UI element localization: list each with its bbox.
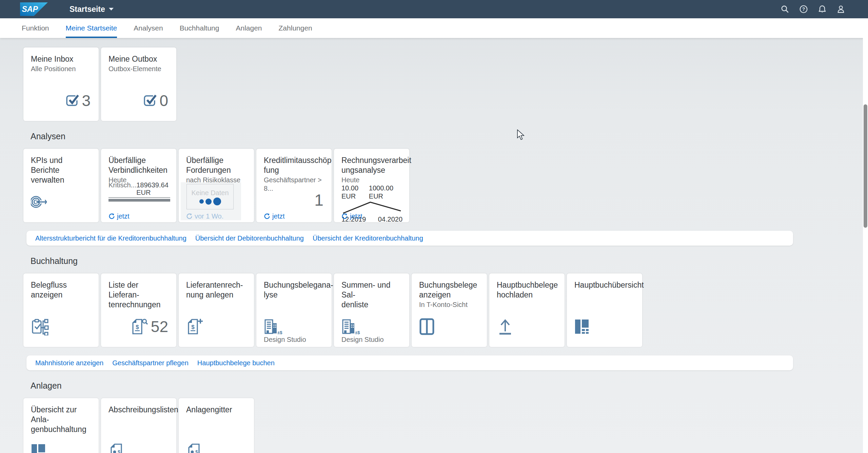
tile-hauptbuchuebersicht[interactable]: Hauptbuchübersicht: [567, 273, 642, 347]
tile-kreditlimitausschoepfung[interactable]: KreditlimitausschöpfungGeschäftspartner …: [256, 149, 332, 222]
person-invoice-icon: $: [186, 442, 202, 453]
shell-actions: ?: [777, 2, 868, 17]
link-hauptbuchbelege-buchen[interactable]: Hauptbuchbelege buchen: [197, 359, 275, 367]
button-help-icon[interactable]: ?: [796, 2, 811, 17]
chart-label-top-left: 10.00 EUR: [341, 184, 369, 200]
link-geschäftspartner-pflegen[interactable]: Geschäftspartner pflegen: [112, 359, 189, 367]
tile-title: Liste der Lieferan-tenrechnungen: [108, 280, 169, 310]
tile-icon-row: [419, 317, 479, 336]
tab-zahlungen[interactable]: Zahlungen: [279, 18, 312, 38]
tile-title: Abschreibungslisten: [108, 405, 169, 415]
tile-refresh[interactable]: vor 1 Wo.: [186, 212, 223, 220]
target-icon: [31, 195, 47, 209]
tile-buchungsbelege-anzeigen[interactable]: BuchungsbelegeanzeigenIn T-Konto-Sicht: [412, 273, 487, 347]
tile-title: KPIs und Berichteverwalten: [31, 156, 91, 185]
tile-uebersicht-zur-anlagenbuchhaltung[interactable]: Übersicht zur Anla-genbuchhaltung: [23, 398, 99, 453]
tile-belegfluss-anzeigen[interactable]: Belegfluss anzeigen: [23, 273, 99, 347]
tile-rechnungsverarbeitungsanalyse[interactable]: RechnungsverarbeitungsanalyseHeute10.00 …: [334, 149, 409, 222]
chart-label-bottom-right: 04.2020: [378, 215, 402, 223]
tile-buchungsbeleganalyse[interactable]: Buchungsbelegana-lyse±$Design Studio: [256, 273, 332, 347]
svg-text:SAP: SAP: [22, 5, 38, 14]
tile-row: Meine InboxAlle Positionen3Meine OutboxO…: [23, 47, 868, 121]
tile-icon-row: $: [186, 441, 246, 453]
document-flow-icon: [31, 318, 49, 335]
tile-lieferantenrechnung-anlegen[interactable]: Lieferantenrech-nung anlegen$: [179, 273, 254, 347]
section-header-anlagen: Anlagen: [31, 380, 868, 391]
help-icon: ?: [799, 5, 808, 14]
button-search-icon[interactable]: [777, 2, 792, 17]
refresh-icon: [186, 213, 193, 220]
tile-meine-outbox[interactable]: Meine OutboxOutbox-Elemente0: [101, 47, 176, 121]
tile-hauptbuchbelege-hochladen[interactable]: Hauptbuchbelegehochladen: [489, 273, 565, 347]
tile-icon-row: [31, 192, 91, 212]
tile-abschreibungslisten[interactable]: Abschreibungslisten$: [101, 398, 176, 453]
tile-title: ÜberfälligeVerbindlichkeiten: [108, 156, 169, 175]
search-icon: [781, 5, 789, 14]
comparison-bar: [108, 199, 170, 202]
link-mahnhistorie-anzeigen[interactable]: Mahnhistorie anzeigen: [35, 359, 103, 367]
tile-title: Hauptbuchübersicht: [574, 280, 635, 290]
refresh-label: jetzt: [272, 212, 285, 220]
button-user-icon[interactable]: [833, 2, 848, 17]
invoice-search-icon: $: [131, 318, 148, 335]
link-altersstrukturbericht-für-die-kreditorenbuchhaltung[interactable]: Altersstrukturbericht für die Kreditoren…: [35, 234, 186, 242]
tile-kpi-value: 0: [159, 91, 168, 110]
tile-subtitle: Alle Positionen: [31, 65, 91, 73]
busy-indicator: [187, 198, 233, 205]
tile-refresh[interactable]: jetzt: [264, 212, 285, 220]
chart-top-labels: 10.00 EUR1000.00 EUR: [341, 184, 402, 200]
tile-subtitle: Outbox-Elemente: [108, 65, 169, 73]
tile-refresh[interactable]: jetzt: [341, 212, 362, 220]
refresh-label: jetzt: [117, 212, 130, 220]
tile-kpis-und-berichte-verwalten[interactable]: KPIs und Berichteverwalten: [23, 149, 99, 222]
refresh-icon: [264, 213, 270, 220]
scrollbar-thumb[interactable]: [864, 104, 867, 228]
invoice-add-icon: $: [186, 318, 204, 335]
tile-kpi-value: 1: [314, 191, 323, 209]
svg-text:$: $: [195, 449, 198, 453]
svg-text:±$: ±$: [277, 330, 282, 335]
section-top: Meine InboxAlle Positionen3Meine OutboxO…: [23, 47, 868, 121]
busy-dot: [213, 198, 221, 205]
no-data-text: Keine Daten: [187, 189, 233, 197]
chevron-down-icon: [109, 8, 114, 11]
tab-meine-startseite[interactable]: Meine Startseite: [66, 18, 117, 38]
tile-title: Anlagengitter: [186, 405, 246, 415]
busy-dot: [199, 199, 204, 204]
svg-text:$: $: [191, 324, 195, 330]
tile-meine-inbox[interactable]: Meine InboxAlle Positionen3: [23, 47, 99, 121]
tile-icon-row: [31, 441, 91, 453]
refresh-label: jetzt: [350, 212, 362, 220]
tile-icon-row: ±$: [264, 317, 323, 336]
link-übersicht-der-kreditorenbuchhaltung[interactable]: Übersicht der Kreditorenbuchhaltung: [313, 234, 423, 242]
tile-kpi-value: 52: [151, 317, 168, 336]
link-bar: Mahnhistorie anzeigenGeschäftspartner pf…: [26, 355, 793, 370]
tile-anlagengitter[interactable]: Anlagengitter$: [179, 398, 254, 453]
button-notifications-icon[interactable]: [815, 2, 830, 17]
page-title-menu[interactable]: Startseite: [70, 5, 114, 14]
svg-text:±$: ±$: [355, 330, 360, 335]
tile-summen-und-saldenliste[interactable]: Summen- und Sal-denliste±$Design Studio: [334, 273, 409, 347]
comparison-microchart: Kritisch...189639.64 EUR: [108, 181, 170, 202]
tab-anlagen[interactable]: Anlagen: [236, 18, 262, 38]
chart-label-top-right: 1000.00 EUR: [369, 184, 402, 200]
tab-analysen[interactable]: Analysen: [134, 18, 163, 38]
tile-title: Meine Outbox: [108, 54, 169, 64]
tile-liste-der-lieferantenrechnungen[interactable]: Liste der Lieferan-tenrechnungen$52: [101, 273, 176, 347]
tab-buchhaltung[interactable]: Buchhaltung: [180, 18, 219, 38]
tile-info-text: Design Studio: [264, 336, 306, 344]
tile-subtitle: Heute: [341, 176, 402, 184]
tile-row: Belegfluss anzeigenListe der Lieferan-te…: [23, 273, 868, 347]
tile-subtitle: In T-Konto-Sicht: [419, 301, 479, 309]
tile-icon-row: $: [186, 317, 246, 336]
scrollbar-track[interactable]: [863, 18, 868, 453]
tile-refresh[interactable]: jetzt: [108, 212, 130, 220]
link-übersicht-der-debitorenbuchhaltung[interactable]: Übersicht der Debitorenbuchhaltung: [195, 234, 304, 242]
section-buchhaltung: BuchhaltungBelegfluss anzeigenListe der …: [23, 256, 868, 370]
tile-icon-row: $: [108, 441, 168, 453]
tile-ueberfaellige-forderungen[interactable]: ÜberfälligeForderungennach RisikoklasseK…: [179, 149, 254, 222]
tile-ueberfaellige-verbindlichkeiten[interactable]: ÜberfälligeVerbindlichkeitenHeuteKritisc…: [101, 149, 176, 222]
notifications-icon: [818, 5, 827, 14]
tile-row: KPIs und BerichteverwaltenÜberfälligeVer…: [23, 149, 868, 222]
tab-funktion[interactable]: Funktion: [22, 18, 49, 38]
